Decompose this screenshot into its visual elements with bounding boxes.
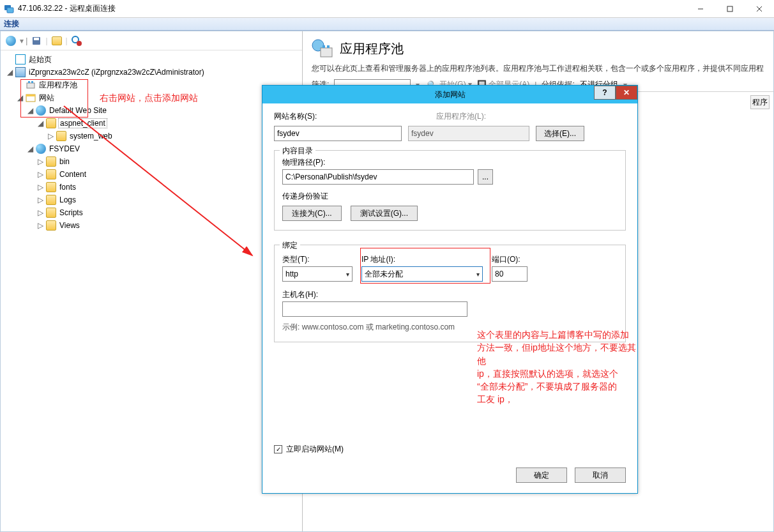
connection-bar: 连接 [0, 18, 774, 31]
annotation-box-sites [20, 79, 88, 118]
apppool-input [408, 126, 529, 141]
tree-aspnet-client[interactable]: ◢aspnet_client [3, 117, 302, 130]
svg-rect-17 [322, 45, 325, 48]
folder-icon [56, 131, 66, 141]
window-title: 47.106.32.22 - 远程桌面连接 [18, 3, 116, 14]
folder-icon [46, 118, 56, 128]
physical-path-label: 物理路径(P): [282, 157, 618, 168]
tree-start-page[interactable]: 起始页 [3, 53, 302, 66]
tree-bin[interactable]: ▷bin [3, 155, 302, 168]
binding-group-title: 绑定 [280, 240, 300, 251]
content-header: 应用程序池 [303, 31, 773, 63]
content-description: 您可以在此页上查看和管理服务器上的应用程序池列表。应用程序池与工作进程相关联，包… [303, 63, 773, 78]
autostart-label: 立即启动网站(M) [286, 444, 344, 455]
close-button[interactable] [745, 0, 774, 18]
browse-button[interactable]: ... [478, 169, 493, 185]
startpage-icon [15, 54, 26, 65]
folder-icon[interactable] [50, 34, 63, 47]
folder-icon [46, 182, 56, 192]
annotation-text-1: 右击网站，点击添加网站 [100, 93, 198, 104]
dialog-body: 网站名称(S): 应用程序池(L): 选择(E)... 内容目录 物理路径(P)… [262, 103, 637, 350]
dialog-help-button[interactable]: ? [594, 86, 616, 100]
dialog-titlebar: 添加网站 ? ✕ [262, 86, 637, 103]
tree-scripts[interactable]: ▷Scripts [3, 206, 302, 219]
test-settings-button[interactable]: 测试设置(G)... [351, 206, 418, 221]
pass-auth-label: 传递身份验证 [282, 191, 618, 202]
autostart-row[interactable]: ✓ 立即启动网站(M) [274, 444, 344, 455]
svg-rect-7 [34, 38, 39, 40]
tree-fsydev-site[interactable]: ◢FSYDEV [3, 142, 302, 155]
connect-as-button[interactable]: 连接为(C)... [282, 206, 342, 221]
nav-world-icon[interactable] [4, 34, 17, 47]
connection-label: 连接 [4, 19, 19, 29]
content-title: 应用程序池 [340, 40, 404, 57]
content-directory-group: 内容目录 物理路径(P): ... 传递身份验证 连接为(C)... 测试设置(… [274, 150, 626, 231]
host-label: 主机名(H): [282, 289, 618, 300]
annotation-box-ip [360, 248, 490, 284]
folder-icon [46, 169, 56, 179]
svg-rect-18 [327, 45, 330, 48]
tree-views[interactable]: ▷Views [3, 219, 302, 232]
svg-rect-3 [727, 6, 732, 11]
apppool-large-icon [312, 38, 333, 59]
tree-server-node[interactable]: ◢iZprgnzxa23w2cZ (iZprgnzxa23w2cZ\Admini… [3, 66, 302, 79]
content-group-title: 内容目录 [280, 146, 315, 156]
sitename-input[interactable] [274, 126, 402, 141]
rdp-icon [4, 4, 14, 14]
svg-rect-16 [321, 48, 332, 57]
tree-logs[interactable]: ▷Logs [3, 194, 302, 206]
annotation-text-2: 这个表里的内容与上篇博客中写的添加 方法一致，但ip地址这个地方，不要选其他 i… [477, 328, 643, 406]
save-icon[interactable] [30, 34, 43, 47]
ok-button[interactable]: 确定 [516, 467, 567, 483]
sitename-label: 网站名称(S): [274, 111, 408, 122]
svg-point-9 [77, 41, 82, 46]
tree-fonts[interactable]: ▷fonts [3, 181, 302, 194]
window-titlebar: 47.106.32.22 - 远程桌面连接 [0, 0, 774, 18]
globe-icon [36, 144, 46, 154]
detail-tab[interactable]: 程序 [750, 95, 770, 109]
host-input[interactable] [282, 301, 467, 317]
minimize-button[interactable] [686, 0, 715, 18]
autostart-checkbox[interactable]: ✓ [274, 445, 282, 453]
select-apppool-button[interactable]: 选择(E)... [536, 126, 584, 141]
dialog-close-button[interactable]: ✕ [616, 86, 637, 100]
cancel-button[interactable]: 取消 [575, 467, 626, 483]
tree-system-web[interactable]: ▷system_web [3, 130, 302, 142]
tree-content[interactable]: ▷Content [3, 168, 302, 181]
folder-icon [46, 195, 56, 205]
port-input[interactable] [492, 266, 527, 282]
apppool-label: 应用程序池(L): [436, 111, 486, 122]
folder-icon [46, 208, 56, 218]
stop-site-icon[interactable] [70, 34, 83, 47]
folder-icon [46, 156, 56, 167]
server-icon [15, 67, 26, 77]
svg-rect-1 [7, 8, 13, 13]
type-select[interactable]: http▾ [282, 266, 353, 282]
maximize-button[interactable] [715, 0, 745, 18]
window-buttons [686, 0, 774, 18]
port-label: 端口(O): [492, 254, 527, 265]
dialog-footer: 确定 取消 [516, 467, 626, 483]
folder-icon [46, 220, 56, 231]
type-label: 类型(T): [282, 254, 353, 265]
left-toolbar: ▾ | | | [1, 31, 302, 50]
physical-path-input[interactable] [282, 169, 474, 185]
dialog-title: 添加网站 [435, 89, 466, 100]
add-website-dialog: 添加网站 ? ✕ 网站名称(S): 应用程序池(L): 选择(E)... 内容目… [262, 85, 638, 494]
connections-tree[interactable]: 起始页 ◢iZprgnzxa23w2cZ (iZprgnzxa23w2cZ\Ad… [1, 50, 302, 531]
